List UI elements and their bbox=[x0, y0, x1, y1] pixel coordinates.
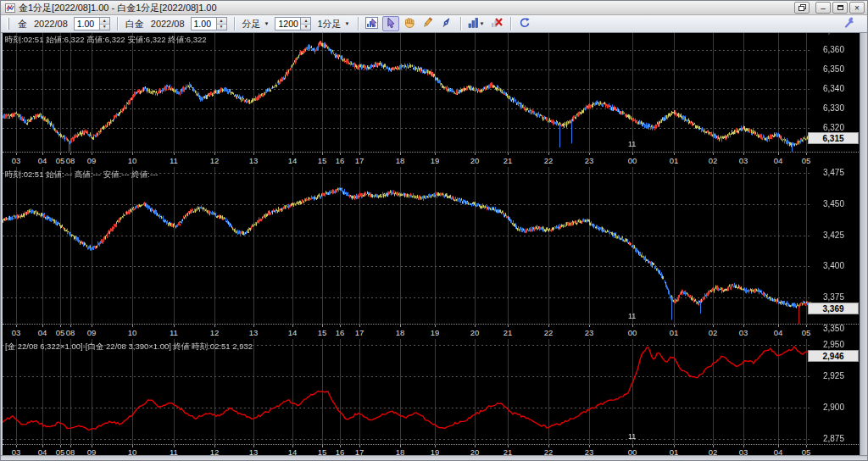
time-axis-platinum: 0304050809101112131415161718192021222300… bbox=[3, 324, 860, 339]
time-axis-label: 10 bbox=[123, 328, 142, 337]
time-axis-tick bbox=[132, 325, 133, 327]
time-axis-tick bbox=[174, 325, 175, 327]
time-axis-label: 15 bbox=[313, 328, 331, 337]
chart-pointer-tool-button[interactable] bbox=[364, 16, 381, 31]
time-axis-tick bbox=[92, 325, 92, 327]
time-axis-label: 01 bbox=[665, 328, 683, 337]
time-axis-tick bbox=[322, 153, 323, 155]
platinum-multiplier-value[interactable]: 1.00 bbox=[192, 18, 216, 30]
pencil-draw-tool-button[interactable] bbox=[420, 16, 437, 31]
pen-draw-tool-button[interactable] bbox=[438, 16, 455, 31]
time-axis-label: 18 bbox=[391, 328, 409, 337]
gold-multiplier-spinbox[interactable]: 1.00 ▲▼ bbox=[74, 17, 110, 31]
toolbar-separator bbox=[460, 17, 461, 31]
time-axis-label: 08 bbox=[61, 156, 80, 165]
title-bar: 金1分足[2022/08]1.00 - 白金1分足[2022/08]1.00 –… bbox=[1, 1, 867, 15]
time-axis-label: 04 bbox=[769, 156, 787, 165]
gold-multiplier-spinner: ▲▼ bbox=[99, 18, 109, 30]
time-axis-tick bbox=[42, 153, 43, 155]
time-axis-tick bbox=[713, 325, 714, 327]
price-axis-label: 3,475 bbox=[810, 169, 854, 177]
price-axis-label: 6,320 bbox=[810, 124, 854, 132]
time-axis-label: 14 bbox=[283, 328, 302, 337]
time-axis-tick bbox=[340, 325, 341, 327]
time-axis-tick bbox=[778, 153, 779, 155]
time-axis-label: 16 bbox=[331, 156, 349, 165]
price-axis-label: 3,425 bbox=[810, 231, 854, 240]
float-window-button[interactable] bbox=[794, 2, 810, 14]
time-axis-tick bbox=[359, 325, 360, 327]
gold-contract-month: 2022/08 bbox=[34, 19, 68, 29]
price-axis-label: 3,450 bbox=[810, 200, 854, 208]
gold-multiplier-value[interactable]: 1.00 bbox=[75, 18, 99, 30]
price-axis-label: 6,340 bbox=[810, 85, 854, 93]
time-axis-tick bbox=[589, 325, 590, 327]
gold-ohlc-readout: 時刻:02:51 始値:6,322 高値:6,322 安値:6,322 終値:6… bbox=[5, 35, 207, 46]
hand-pan-tool-button[interactable] bbox=[401, 16, 418, 31]
time-axis-label: 04 bbox=[769, 328, 787, 337]
time-axis-tick bbox=[806, 153, 807, 155]
bar-count-spinbox[interactable]: 1200 ▲▼ bbox=[275, 17, 311, 31]
chart-type-dropdown-button[interactable]: ▼ bbox=[466, 16, 487, 31]
settings-button[interactable] bbox=[840, 16, 857, 31]
time-axis-label: 17 bbox=[350, 156, 369, 165]
time-axis-label: 00 bbox=[623, 156, 642, 165]
time-axis-label: 13 bbox=[244, 156, 263, 165]
platinum-multiplier-spinbox[interactable]: 1.00 ▲▼ bbox=[191, 17, 227, 31]
time-axis-tick bbox=[174, 153, 175, 155]
app-icon bbox=[5, 3, 15, 13]
interval-dropdown[interactable]: 1分足▼ bbox=[314, 16, 353, 32]
toolbar-grip[interactable] bbox=[7, 18, 9, 30]
time-axis-tick bbox=[214, 325, 215, 327]
gold-candlestick-chart[interactable] bbox=[3, 33, 812, 152]
price-axis-label: 2,925 bbox=[810, 372, 854, 380]
spread-line-chart[interactable] bbox=[3, 339, 812, 444]
time-axis-tick bbox=[674, 153, 675, 155]
maximize-button[interactable] bbox=[832, 2, 848, 14]
hand-icon bbox=[403, 17, 415, 31]
select-tool-button[interactable] bbox=[382, 16, 399, 31]
date-label: 11 bbox=[628, 432, 636, 441]
time-axis-label: 03 bbox=[7, 156, 25, 165]
interval-label: 1分足 bbox=[317, 18, 341, 31]
time-axis-label: 05 bbox=[797, 156, 815, 165]
time-axis-tick bbox=[400, 153, 401, 155]
bar-count-value[interactable]: 1200 bbox=[275, 18, 300, 30]
refresh-button[interactable] bbox=[516, 16, 533, 31]
price-axis-label: 6,360 bbox=[810, 46, 854, 54]
time-axis-tick bbox=[16, 153, 17, 155]
time-axis-label: 21 bbox=[498, 156, 517, 165]
time-axis-label: 11 bbox=[164, 328, 183, 337]
chart-pointer-icon bbox=[365, 17, 378, 31]
time-axis-tick bbox=[253, 153, 254, 155]
close-button[interactable]: × bbox=[849, 2, 865, 14]
spin-down-button[interactable]: ▼ bbox=[217, 25, 226, 31]
time-axis-label: 19 bbox=[426, 156, 444, 165]
pencil-icon bbox=[422, 17, 433, 31]
maximize-icon bbox=[837, 5, 843, 10]
bar-count-spinner: ▲▼ bbox=[300, 18, 310, 30]
spin-down-button[interactable]: ▼ bbox=[301, 25, 310, 31]
platinum-symbol-label: 白金 bbox=[125, 18, 144, 31]
time-axis-tick bbox=[508, 325, 509, 327]
time-axis-label: 22 bbox=[539, 328, 558, 337]
minimize-button[interactable]: – bbox=[815, 2, 831, 14]
spin-down-button[interactable]: ▼ bbox=[100, 25, 109, 31]
spread-readout: [金 22/08 6,322×1.00]-[白金 22/08 3,390×1.0… bbox=[5, 342, 253, 353]
price-axis-label: 2,900 bbox=[810, 403, 854, 412]
toolbar-separator bbox=[510, 17, 511, 31]
time-axis-label: 22 bbox=[539, 156, 558, 165]
time-axis-tick bbox=[70, 153, 71, 155]
period-type-dropdown[interactable]: 分足▼ bbox=[239, 16, 273, 32]
time-axis-tick bbox=[292, 153, 293, 155]
time-axis-tick bbox=[214, 153, 215, 155]
platinum-candlestick-chart[interactable] bbox=[3, 167, 812, 324]
time-axis-tick bbox=[713, 153, 714, 155]
window-bottom-frame bbox=[1, 455, 867, 460]
platinum-contract-month: 2022/08 bbox=[151, 19, 185, 29]
date-label: 11 bbox=[628, 312, 636, 320]
time-axis-label: 02 bbox=[704, 328, 722, 337]
delete-drawings-button[interactable] bbox=[488, 16, 505, 31]
time-axis-tick bbox=[70, 325, 71, 327]
chevron-down-icon: ▼ bbox=[480, 21, 485, 26]
